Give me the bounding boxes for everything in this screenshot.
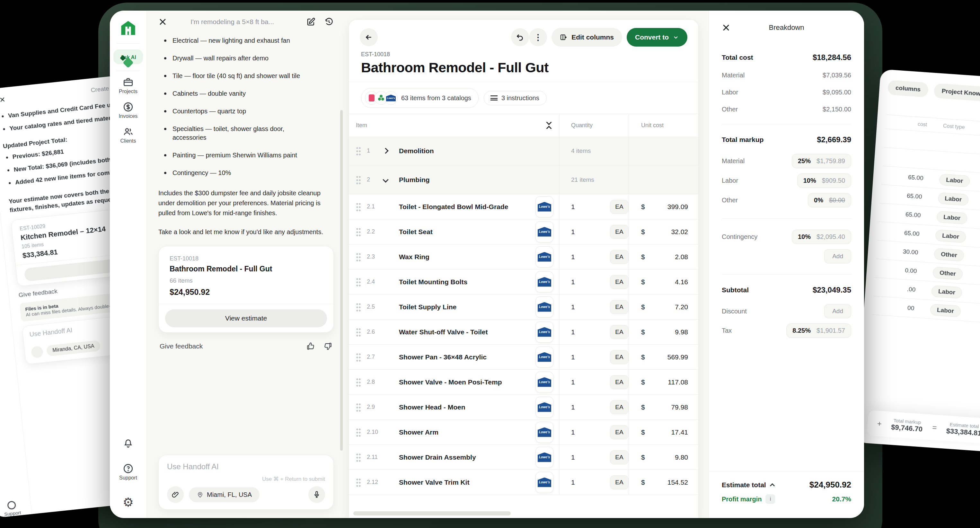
table-row-2.6[interactable]: 2.6Water Shut-off Valve - ToiletLowe's1E… xyxy=(349,320,698,345)
drag-handle-icon[interactable] xyxy=(356,302,361,312)
tax-pill[interactable]: 8.25%$1,901.57 xyxy=(786,323,851,338)
drag-handle-icon[interactable] xyxy=(356,277,361,286)
table-row-2.5[interactable]: 2.5Toilet Supply LineLowe's1EA$7.20 xyxy=(349,294,698,320)
unit-chip[interactable]: EA xyxy=(610,350,628,364)
drag-handle-icon[interactable] xyxy=(356,353,361,362)
history-icon[interactable] xyxy=(324,17,334,27)
quantity-cell[interactable]: 21 items xyxy=(559,165,628,194)
drag-handle-icon[interactable] xyxy=(356,202,361,212)
collapse-all-icon[interactable] xyxy=(547,121,554,130)
table-row-2.10[interactable]: 2.10Shower ArmLowe's1EA$17.41 xyxy=(349,420,698,445)
drag-handle-icon[interactable] xyxy=(356,478,361,487)
unit-chip[interactable]: EA xyxy=(610,476,628,490)
unit-cost-cell[interactable]: $569.99 xyxy=(628,345,698,369)
quantity-cell[interactable]: 4 items xyxy=(559,137,628,165)
table-row-2[interactable]: 2Plumbing21 items xyxy=(349,165,698,194)
location-pill[interactable]: Miami, FL, USA xyxy=(189,487,259,502)
quantity-cell[interactable]: 1EA xyxy=(559,445,628,469)
quantity-cell[interactable]: 1EA xyxy=(559,269,628,294)
unit-cost-cell[interactable]: $17.41 xyxy=(628,420,698,444)
unit-cost-cell[interactable]: $7.20 xyxy=(628,294,698,319)
attach-file-button[interactable] xyxy=(167,486,184,503)
sidebar-item-clients[interactable]: Clients xyxy=(121,126,136,144)
unit-cost-cell[interactable]: $399.09 xyxy=(628,194,698,219)
contingency-pill[interactable]: 10%$2,095.40 xyxy=(792,230,851,244)
catalogs-pill[interactable]: Lowe's 63 items from 3 catalogs xyxy=(361,88,479,108)
table-row-2.12[interactable]: 2.12Shower Valve Trim KitLowe's1EA$154.5… xyxy=(349,470,698,495)
edit-columns-button[interactable]: Edit columns xyxy=(552,28,622,46)
sidebar-item-ask-ai[interactable]: Ask AI xyxy=(113,49,143,64)
sidebar-item-support[interactable]: Support xyxy=(119,463,137,481)
drag-handle-icon[interactable] xyxy=(356,175,361,184)
expand-row-icon[interactable] xyxy=(383,149,399,153)
drag-handle-icon[interactable] xyxy=(356,378,361,387)
quantity-cell[interactable]: 1EA xyxy=(559,219,628,244)
collapse-row-icon[interactable] xyxy=(383,178,399,182)
quantity-cell[interactable]: 1EA xyxy=(559,320,628,344)
unit-cost-cell[interactable]: $32.02 xyxy=(628,219,698,244)
unit-chip[interactable]: EA xyxy=(610,375,628,389)
quantity-cell[interactable]: 1EA xyxy=(559,420,628,444)
quantity-cell[interactable]: 1EA xyxy=(559,244,628,269)
notifications-button[interactable] xyxy=(123,438,134,450)
drag-handle-icon[interactable] xyxy=(356,146,361,156)
quantity-cell[interactable]: 1EA xyxy=(559,370,628,394)
close-icon[interactable] xyxy=(158,17,167,26)
drag-handle-icon[interactable] xyxy=(356,453,361,462)
chat-message-input[interactable] xyxy=(167,462,325,471)
unit-chip[interactable]: EA xyxy=(610,450,628,464)
unit-cost-cell[interactable] xyxy=(628,137,698,165)
handoff-logo-icon[interactable] xyxy=(120,20,137,36)
unit-cost-cell[interactable]: $4.16 xyxy=(628,269,698,294)
unit-cost-cell[interactable] xyxy=(628,165,698,194)
unit-chip[interactable]: EA xyxy=(610,250,628,264)
unit-chip[interactable]: EA xyxy=(610,400,628,414)
thumbs-up-icon[interactable] xyxy=(306,342,315,351)
unit-cost-cell[interactable]: $9.80 xyxy=(628,445,698,469)
table-row-2.9[interactable]: 2.9Shower Head - MoenLowe's1EA$79.98 xyxy=(349,395,698,420)
quantity-cell[interactable]: 1EA xyxy=(559,194,628,219)
table-row-2.11[interactable]: 2.11Shower Drain AssemblyLowe's1EA$9.80 xyxy=(349,445,698,470)
info-icon[interactable]: i xyxy=(765,494,775,504)
drag-handle-icon[interactable] xyxy=(356,328,361,337)
convert-to-button[interactable]: Convert to xyxy=(627,28,687,46)
quantity-cell[interactable]: 1EA xyxy=(559,345,628,369)
table-row-2.3[interactable]: 2.3Wax RingLowe's1EA$2.08 xyxy=(349,244,698,269)
unit-chip[interactable]: EA xyxy=(610,275,628,289)
instructions-pill[interactable]: 3 instructions xyxy=(484,91,547,105)
table-row-2.2[interactable]: 2.2Toilet SeatLowe's1EA$32.02 xyxy=(349,219,698,244)
chat-scrollbar[interactable] xyxy=(340,110,343,451)
thumbs-down-icon[interactable] xyxy=(323,342,332,351)
sidebar-item-projects[interactable]: Projects xyxy=(119,77,137,94)
table-row-2.8[interactable]: 2.8Shower Valve - Moen Posi-TempLowe's1E… xyxy=(349,370,698,395)
add-contingency-button[interactable]: Add xyxy=(824,249,851,263)
markup-pill-other[interactable]: 0%$0.00 xyxy=(808,193,851,207)
table-row-2.1[interactable]: 2.1Toilet - Elongated Bowl Mid-GradeLowe… xyxy=(349,194,698,219)
close-icon[interactable] xyxy=(722,24,730,32)
back-button[interactable] xyxy=(360,28,378,46)
view-estimate-button[interactable]: View estimate xyxy=(165,309,327,327)
drag-handle-icon[interactable] xyxy=(356,428,361,437)
unit-cost-cell[interactable]: $2.08 xyxy=(628,244,698,269)
unit-cost-cell[interactable]: $79.98 xyxy=(628,395,698,420)
quantity-cell[interactable]: 1EA xyxy=(559,294,628,319)
table-row-2.7[interactable]: 2.7Shower Pan - 36×48 AcrylicLowe's1EA$5… xyxy=(349,345,698,370)
drag-handle-icon[interactable] xyxy=(356,253,361,261)
quantity-cell[interactable]: 1EA xyxy=(559,470,628,495)
unit-chip[interactable]: EA xyxy=(610,325,628,339)
unit-chip[interactable]: EA xyxy=(610,200,628,214)
sidebar-item-invoices[interactable]: Invoices xyxy=(119,102,138,119)
more-options-button[interactable]: ⋮ xyxy=(529,28,547,46)
unit-cost-cell[interactable]: $117.08 xyxy=(628,370,698,394)
unit-chip[interactable]: EA xyxy=(610,225,628,239)
table-row-1[interactable]: 1Demolition4 items xyxy=(349,137,698,165)
drag-handle-icon[interactable] xyxy=(356,227,361,236)
add-discount-button[interactable]: Add xyxy=(824,304,851,318)
markup-pill-labor[interactable]: 10%$909.50 xyxy=(797,173,851,188)
horizontal-scrollbar[interactable] xyxy=(353,511,511,515)
undo-button[interactable] xyxy=(511,28,529,46)
quantity-cell[interactable]: 1EA xyxy=(559,395,628,420)
estimate-total-row[interactable]: Estimate total $24,950.92 xyxy=(722,480,851,490)
unit-cost-cell[interactable]: $9.98 xyxy=(628,320,698,344)
markup-pill-material[interactable]: 25%$1,759.89 xyxy=(792,154,851,168)
